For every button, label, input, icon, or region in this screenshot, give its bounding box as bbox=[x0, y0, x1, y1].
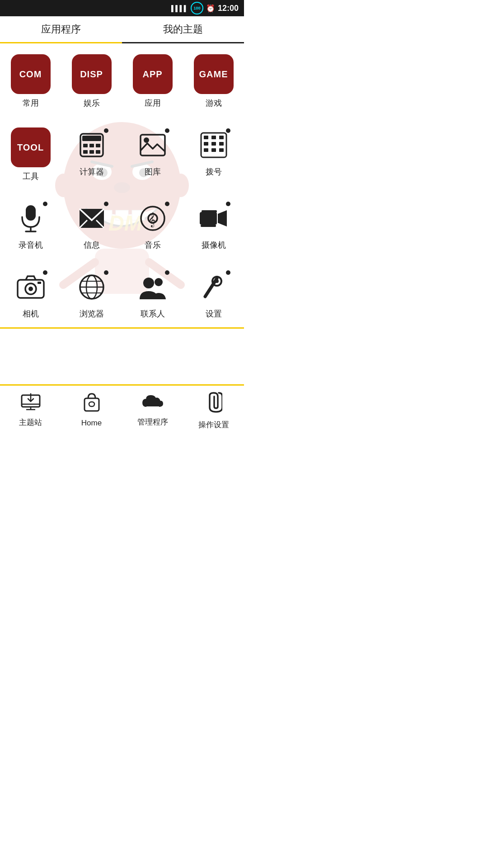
nav-op-settings[interactable]: 操作设置 bbox=[183, 386, 244, 434]
svg-rect-18 bbox=[82, 136, 101, 141]
nav-theme-site[interactable]: 主题站 bbox=[0, 386, 61, 434]
svg-rect-21 bbox=[96, 144, 100, 147]
contacts-icon bbox=[135, 269, 170, 305]
dialer-icon bbox=[196, 127, 231, 163]
svg-rect-25 bbox=[141, 135, 165, 156]
nav-home-label: Home bbox=[81, 419, 102, 428]
app-row-1: COM 常用 DISP 娱乐 APP 应用 GAME 游戏 bbox=[0, 43, 244, 117]
svg-point-26 bbox=[144, 137, 149, 143]
svg-rect-37 bbox=[26, 205, 36, 221]
app-row-4: 相机 浏览器 bbox=[0, 259, 244, 327]
app-gallery-label: 图库 bbox=[145, 166, 161, 177]
gallery-icon bbox=[135, 127, 170, 163]
app-camera-label: 相机 bbox=[23, 308, 39, 319]
app-row-3: 录音机 信息 𝄞 bbox=[0, 190, 244, 259]
app-music-label: 音乐 bbox=[145, 240, 161, 250]
app-apps-label: 应用 bbox=[145, 98, 161, 108]
app-tools[interactable]: TOOL 工具 bbox=[0, 121, 61, 185]
svg-rect-36 bbox=[219, 148, 224, 152]
svg-rect-29 bbox=[211, 136, 216, 139]
music-icon: 𝄞 bbox=[135, 201, 170, 236]
svg-rect-33 bbox=[219, 142, 224, 146]
app-apps-icon: APP bbox=[133, 54, 173, 94]
app-messages-label: 信息 bbox=[84, 240, 100, 250]
theme-site-icon bbox=[21, 392, 41, 415]
app-entertainment[interactable]: DISP 娱乐 bbox=[61, 48, 122, 112]
app-row-2: TOOL 工具 计算器 bbox=[0, 117, 244, 190]
svg-rect-32 bbox=[211, 142, 216, 146]
nav-home[interactable]: Home bbox=[61, 386, 122, 434]
svg-rect-34 bbox=[204, 148, 208, 152]
home-icon bbox=[83, 392, 101, 416]
svg-point-52 bbox=[28, 287, 33, 291]
browser-icon bbox=[74, 269, 109, 305]
app-common-label: 常用 bbox=[23, 98, 39, 108]
alarm-icon: ⏰ bbox=[206, 4, 215, 13]
app-entertainment-icon: DISP bbox=[72, 54, 112, 94]
app-common-icon: COM bbox=[11, 54, 51, 94]
manage-apps-icon bbox=[142, 393, 164, 414]
app-gallery[interactable]: 图库 bbox=[122, 121, 183, 185]
bottom-nav: 主题站 Home 管理程序 操作设 bbox=[0, 384, 244, 434]
app-browser[interactable]: 浏览器 bbox=[61, 263, 122, 323]
app-video-camera-label: 摄像机 bbox=[202, 240, 226, 250]
app-browser-label: 浏览器 bbox=[80, 308, 104, 319]
status-bar: ▌▌▌▌ 100 ⏰ 12:00 bbox=[0, 0, 244, 16]
svg-rect-22 bbox=[83, 150, 88, 154]
app-contacts-label: 联系人 bbox=[141, 308, 165, 319]
app-settings[interactable]: 设置 bbox=[183, 263, 244, 323]
svg-rect-20 bbox=[89, 144, 94, 147]
app-tools-icon: TOOL bbox=[11, 127, 51, 167]
clock: 12:00 bbox=[218, 4, 239, 13]
app-contacts[interactable]: 联系人 bbox=[122, 263, 183, 323]
svg-rect-30 bbox=[219, 136, 224, 139]
app-recorder[interactable]: 录音机 bbox=[0, 194, 61, 254]
svg-marker-47 bbox=[218, 210, 227, 226]
recorder-icon bbox=[13, 201, 48, 236]
svg-rect-31 bbox=[204, 142, 208, 146]
signal-icon: ▌▌▌▌ bbox=[171, 5, 188, 12]
svg-rect-48 bbox=[202, 210, 217, 212]
svg-rect-49 bbox=[201, 225, 216, 227]
nav-op-settings-label: 操作设置 bbox=[198, 420, 229, 430]
yellow-divider bbox=[0, 327, 244, 329]
app-music[interactable]: 𝄞 音乐 bbox=[122, 194, 183, 254]
tab-themes[interactable]: 我的主题 bbox=[122, 16, 244, 42]
video-camera-icon bbox=[196, 201, 231, 236]
app-calculator[interactable]: 计算器 bbox=[61, 121, 122, 185]
svg-rect-68 bbox=[84, 398, 99, 411]
app-dialer-label: 拨号 bbox=[206, 166, 222, 177]
app-settings-label: 设置 bbox=[206, 308, 222, 319]
svg-point-59 bbox=[143, 278, 154, 288]
svg-rect-53 bbox=[38, 282, 41, 284]
app-games-icon: GAME bbox=[194, 54, 234, 94]
svg-rect-23 bbox=[89, 150, 94, 154]
svg-rect-35 bbox=[211, 148, 216, 152]
app-apps[interactable]: APP 应用 bbox=[122, 48, 183, 112]
app-tools-label: 工具 bbox=[23, 171, 39, 182]
svg-point-62 bbox=[215, 279, 219, 283]
app-common[interactable]: COM 常用 bbox=[0, 48, 61, 112]
svg-rect-46 bbox=[200, 212, 217, 225]
app-video-camera[interactable]: 摄像机 bbox=[183, 194, 244, 254]
tab-bar: 应用程序 我的主题 bbox=[0, 16, 244, 43]
battery-indicator: 100 bbox=[191, 2, 203, 14]
app-messages[interactable]: 信息 bbox=[61, 194, 122, 254]
svg-point-60 bbox=[155, 278, 163, 286]
app-dialer[interactable]: 拨号 bbox=[183, 121, 244, 185]
app-games-label: 游戏 bbox=[206, 98, 222, 108]
camera-icon bbox=[13, 269, 48, 305]
app-games[interactable]: GAME 游戏 bbox=[183, 48, 244, 112]
app-recorder-label: 录音机 bbox=[19, 240, 43, 250]
nav-manage-apps[interactable]: 管理程序 bbox=[122, 386, 183, 434]
svg-rect-28 bbox=[204, 136, 208, 139]
svg-rect-19 bbox=[83, 144, 88, 147]
tab-apps[interactable]: 应用程序 bbox=[0, 16, 122, 42]
app-entertainment-label: 娱乐 bbox=[84, 98, 100, 108]
svg-rect-69 bbox=[89, 402, 94, 406]
svg-rect-24 bbox=[96, 150, 100, 154]
app-camera[interactable]: 相机 bbox=[0, 263, 61, 323]
nav-theme-site-label: 主题站 bbox=[19, 417, 42, 428]
messages-icon bbox=[74, 201, 109, 236]
svg-text:𝄞: 𝄞 bbox=[148, 212, 156, 228]
